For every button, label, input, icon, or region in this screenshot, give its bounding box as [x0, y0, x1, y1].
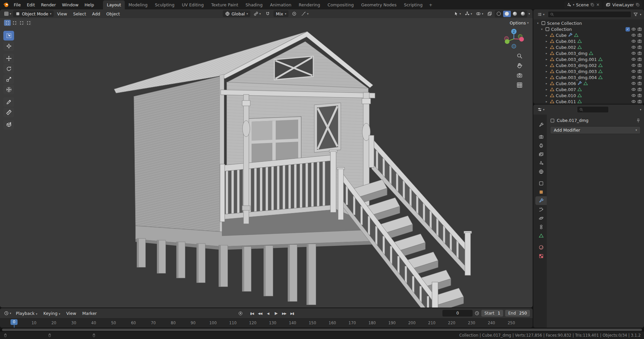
blender-logo[interactable] — [2, 1, 10, 8]
properties-search-input[interactable] — [577, 106, 609, 113]
disable-in-renders-icon[interactable] — [637, 63, 642, 68]
shading-rendered-button[interactable] — [519, 11, 527, 17]
toggle-ortho-icon[interactable] — [517, 82, 523, 88]
axis-y-positive[interactable] — [505, 39, 509, 44]
tool-move-button[interactable] — [3, 54, 14, 63]
disable-in-renders-icon[interactable] — [637, 93, 642, 98]
properties-tab-world[interactable] — [535, 167, 547, 176]
workspace-tab-sculpting[interactable]: Sculpting — [151, 0, 178, 9]
expand-icon[interactable]: ▸ — [545, 100, 548, 103]
falloff-selector[interactable]: ▾ — [300, 11, 310, 17]
collection-checkbox[interactable]: ✓ — [626, 27, 630, 31]
shading-material-button[interactable] — [511, 11, 519, 17]
expand-icon[interactable]: ▸ — [545, 58, 548, 61]
menu-add[interactable]: Add — [90, 10, 103, 17]
expand-icon[interactable]: ▸ — [545, 88, 548, 91]
outliner-row[interactable]: ▸Cube.003_dmg.002 — [533, 62, 644, 68]
object-visibility-button[interactable]: ▾ — [452, 11, 462, 17]
play-button[interactable]: ▶ — [272, 310, 280, 317]
disable-in-renders-icon[interactable] — [637, 87, 642, 92]
hide-in-viewport-icon[interactable] — [631, 69, 636, 74]
tool-rotate-button[interactable] — [3, 64, 14, 74]
hide-in-viewport-icon[interactable] — [631, 63, 636, 68]
shading-dropdown-icon[interactable]: ▾ — [529, 12, 530, 15]
expand-icon[interactable]: ▸ — [545, 46, 548, 49]
menu-help[interactable]: Help — [82, 1, 97, 9]
tool-add-cube-button[interactable] — [3, 120, 14, 130]
outliner-editor-type-button[interactable]: ▾ — [536, 11, 546, 17]
select-mode-subtract-button[interactable] — [18, 20, 25, 26]
pivot-point-button[interactable]: ▾ — [252, 11, 262, 17]
disable-in-renders-icon[interactable] — [637, 33, 642, 38]
expand-icon[interactable]: ▸ — [545, 94, 548, 97]
menu-view[interactable]: View — [54, 10, 70, 17]
disable-in-renders-icon[interactable] — [637, 39, 642, 44]
properties-tab-collection[interactable] — [535, 179, 547, 188]
menu-playback[interactable]: Playback ▾ — [13, 310, 40, 317]
outliner-row-scene-collection[interactable]: ▾ Scene Collection — [533, 20, 644, 26]
properties-tab-tool[interactable] — [535, 121, 547, 129]
tool-scale-button[interactable] — [3, 74, 14, 84]
hide-in-viewport-icon[interactable] — [631, 99, 636, 104]
outliner-row[interactable]: ▸Cube.011 — [533, 98, 644, 104]
auto-key-button[interactable] — [237, 310, 245, 317]
proportional-edit-toggle[interactable] — [291, 11, 298, 17]
menu-edit[interactable]: Edit — [24, 1, 38, 9]
properties-tab-object-data[interactable] — [535, 231, 547, 240]
xray-toggle[interactable] — [486, 11, 493, 17]
snap-toggle[interactable] — [264, 11, 272, 17]
hide-in-viewport-icon[interactable] — [631, 51, 636, 56]
zoom-icon[interactable] — [517, 53, 523, 59]
new-scene-icon[interactable] — [590, 3, 594, 7]
new-viewlayer-icon[interactable] — [636, 3, 640, 7]
unlink-scene-icon[interactable]: × — [596, 2, 599, 7]
scene-selector[interactable]: ▾ Scene × — [564, 1, 602, 8]
viewport-canvas[interactable] — [0, 18, 533, 308]
scrollbar-thumb[interactable] — [2, 329, 642, 331]
frame-start-field[interactable]: Start 1 — [481, 310, 503, 317]
hide-in-viewport-icon[interactable] — [631, 57, 636, 62]
expand-icon[interactable]: ▸ — [545, 82, 548, 85]
workspace-tab-texture-paint[interactable]: Texture Paint — [207, 0, 242, 9]
hide-in-viewport-icon[interactable] — [631, 93, 636, 98]
filter-icon[interactable] — [633, 12, 638, 17]
properties-tab-texture[interactable] — [535, 252, 547, 260]
menu-timeline-view[interactable]: View — [64, 310, 79, 317]
snap-target-selector[interactable]: Mix ▾ — [274, 10, 289, 17]
expand-icon[interactable]: ▸ — [545, 40, 548, 43]
disable-in-renders-icon[interactable] — [637, 45, 642, 50]
outliner-row[interactable]: ▸Cube.003_dmg — [533, 50, 644, 56]
outliner-row-collection[interactable]: ▾ Collection ✓ — [533, 26, 644, 32]
navigation-gizmo[interactable]: Z — [503, 28, 525, 50]
disable-in-renders-icon[interactable] — [637, 99, 642, 104]
properties-tab-physics[interactable] — [535, 214, 547, 222]
frame-end-field[interactable]: End 250 — [505, 310, 530, 317]
expand-icon[interactable]: ▾ — [536, 21, 540, 25]
select-mode-extend-button[interactable] — [11, 20, 18, 26]
outliner-row[interactable]: ▸Cube.001 — [533, 38, 644, 44]
jump-to-start-button[interactable]: ▮◀ — [248, 310, 256, 317]
outliner-row[interactable]: ▸Cube — [533, 32, 644, 38]
pan-hand-icon[interactable] — [517, 63, 523, 69]
properties-tab-object[interactable] — [535, 188, 547, 196]
shading-solid-button[interactable] — [503, 11, 511, 17]
playhead[interactable]: 0 — [10, 319, 17, 325]
properties-tab-output[interactable] — [535, 141, 547, 150]
play-reverse-button[interactable]: ◀ — [264, 310, 272, 317]
prev-keyframe-button[interactable]: ◀◀ — [256, 310, 264, 317]
properties-tab-material[interactable] — [535, 243, 547, 252]
expand-icon[interactable]: ▸ — [545, 70, 548, 73]
disable-in-renders-icon[interactable] — [637, 81, 642, 86]
hide-in-viewport-icon[interactable] — [631, 75, 636, 80]
shading-wireframe-button[interactable] — [495, 11, 503, 17]
hide-in-viewport-icon[interactable] — [631, 39, 636, 44]
workspace-tab-modeling[interactable]: Modeling — [125, 0, 151, 9]
outliner-row[interactable]: ▸Cube.003_dmg.003 — [533, 68, 644, 74]
menu-select[interactable]: Select — [70, 10, 89, 17]
expand-icon[interactable]: ▸ — [545, 64, 548, 67]
outliner-search-input[interactable] — [548, 11, 631, 18]
disable-in-renders-icon[interactable] — [637, 57, 642, 62]
menu-object[interactable]: Object — [104, 10, 123, 17]
workspace-tab-animation[interactable]: Animation — [266, 0, 295, 9]
select-mode-new-button[interactable] — [4, 20, 11, 26]
